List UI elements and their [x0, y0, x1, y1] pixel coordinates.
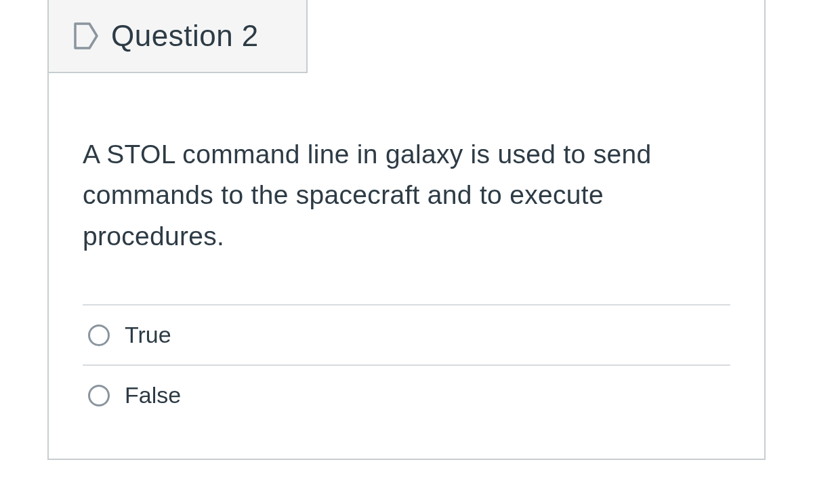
- answer-list: True False: [83, 304, 730, 425]
- answer-label: True: [125, 322, 171, 348]
- answer-label: False: [125, 382, 181, 408]
- question-title: Question 2: [111, 19, 259, 53]
- answer-option-true[interactable]: True: [83, 304, 730, 364]
- radio-icon: [88, 324, 110, 346]
- question-container: Question 2 A STOL command line in galaxy…: [47, 0, 766, 460]
- tag-icon: [73, 21, 99, 51]
- radio-icon: [88, 385, 110, 406]
- question-body: A STOL command line in galaxy is used to…: [49, 73, 764, 459]
- question-header-tab: Question 2: [49, 0, 308, 73]
- answer-option-false[interactable]: False: [83, 364, 730, 425]
- question-text: A STOL command line in galaxy is used to…: [83, 134, 730, 257]
